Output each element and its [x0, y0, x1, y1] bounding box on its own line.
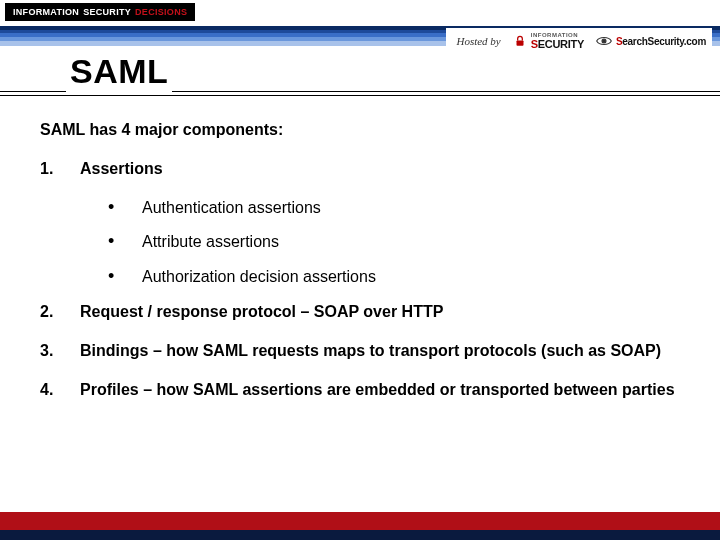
svg-point-1: [602, 39, 606, 43]
bullet-icon: •: [108, 196, 142, 216]
list-item: 1. Assertions: [40, 157, 680, 182]
title-underline: SAML: [0, 52, 720, 100]
eye-icon: [596, 35, 612, 47]
host2-rest: earchSecurity: [622, 36, 684, 47]
lead-text: SAML has 4 major components:: [40, 118, 680, 143]
item-number: 1.: [40, 157, 80, 182]
host1-rest: ECURITY: [538, 38, 584, 50]
footer-red-stripe: [0, 512, 720, 530]
item-text: Profiles – how SAML assertions are embed…: [80, 378, 675, 403]
brand-word-3: DECISIONS: [135, 7, 187, 17]
slide-body: SAML has 4 major components: 1. Assertio…: [40, 118, 680, 416]
list-item: •Authentication assertions: [108, 196, 680, 221]
brand-word-2: SECURITY: [83, 7, 131, 17]
host-logo-security: INFORMATION SECURITY: [513, 32, 584, 50]
host-logo-searchsecurity: SearchSecurity.com: [596, 35, 706, 47]
component-list-cont: 2. Request / response protocol – SOAP ov…: [40, 300, 680, 402]
slide: INFORMATION SECURITY DECISIONS SAML Host…: [0, 0, 720, 540]
host2-suffix: .com: [684, 36, 706, 47]
component-list: 1. Assertions: [40, 157, 680, 182]
brand-badge: INFORMATION SECURITY DECISIONS: [5, 3, 195, 21]
list-item: 3. Bindings – how SAML requests maps to …: [40, 339, 680, 364]
list-item: 2. Request / response protocol – SOAP ov…: [40, 300, 680, 325]
brand-word-1: INFORMATION: [13, 7, 79, 17]
item-number: 4.: [40, 378, 80, 403]
sub-text: Authentication assertions: [142, 196, 321, 221]
slide-title: SAML: [70, 52, 168, 95]
item-number: 3.: [40, 339, 80, 364]
item-text: Bindings – how SAML requests maps to tra…: [80, 339, 661, 364]
sub-text: Attribute assertions: [142, 230, 279, 255]
svg-rect-0: [516, 40, 523, 45]
list-item: •Attribute assertions: [108, 230, 680, 255]
hosted-by-label: Hosted by: [456, 35, 500, 47]
footer-navy-stripe: [0, 530, 720, 540]
lock-icon: [513, 34, 527, 48]
list-item: •Authorization decision assertions: [108, 265, 680, 290]
footer-bar: [0, 512, 720, 540]
hosted-by: Hosted by INFORMATION SECURITY: [446, 28, 712, 54]
item-text: Request / response protocol – SOAP over …: [80, 300, 443, 325]
item-text: Assertions: [80, 157, 163, 182]
assertion-sublist: •Authentication assertions •Attribute as…: [108, 196, 680, 290]
bullet-icon: •: [108, 230, 142, 250]
item-number: 2.: [40, 300, 80, 325]
list-item: 4. Profiles – how SAML assertions are em…: [40, 378, 680, 403]
sub-text: Authorization decision assertions: [142, 265, 376, 290]
bullet-icon: •: [108, 265, 142, 285]
